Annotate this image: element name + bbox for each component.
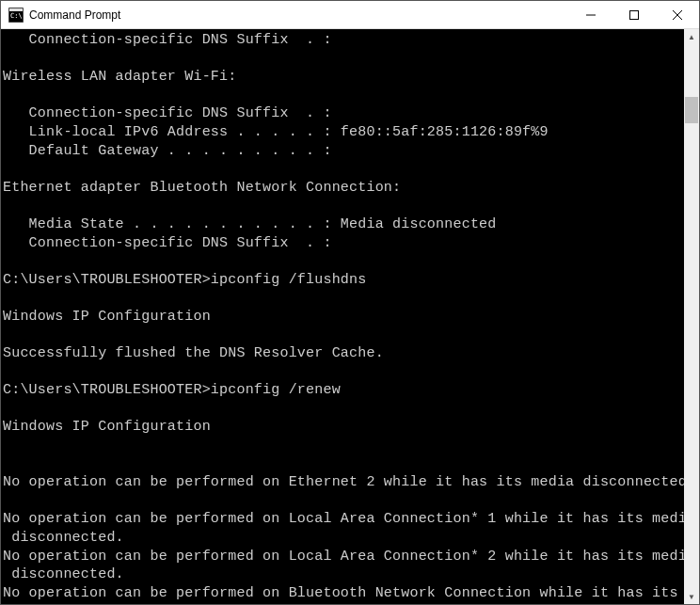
cmd-icon: C:\ <box>8 8 24 23</box>
console-line: Link-local IPv6 Address . . . . . : fe80… <box>3 123 684 142</box>
console-line <box>3 363 684 382</box>
console-line <box>3 326 684 345</box>
command-prompt-window: C:\ Command Prompt Connection-specific D… <box>0 0 700 605</box>
console-line: No operation can be performed on Bluetoo… <box>3 584 684 603</box>
console-line: disconnected. <box>3 529 684 548</box>
console-line: disconnected. <box>3 565 684 584</box>
window-controls <box>569 1 699 28</box>
console-line: Ethernet adapter Bluetooth Network Conne… <box>3 179 684 198</box>
svg-rect-1 <box>9 8 23 11</box>
console-line <box>3 160 684 179</box>
console-line: Connection-specific DNS Suffix . : <box>3 31 684 50</box>
console-line <box>3 50 684 69</box>
svg-rect-4 <box>630 10 639 19</box>
scrollbar-track[interactable] <box>684 44 699 589</box>
console-line: No operation can be performed on Etherne… <box>3 473 684 492</box>
console-line <box>3 289 684 308</box>
console-line <box>3 492 684 511</box>
close-button[interactable] <box>656 1 699 28</box>
minimize-button[interactable] <box>569 1 612 28</box>
console-line <box>3 252 684 271</box>
console-line: Media State . . . . . . . . . . . : Medi… <box>3 215 684 234</box>
console-line <box>3 87 684 105</box>
console-line <box>3 197 684 215</box>
maximize-button[interactable] <box>612 1 656 28</box>
console-line: Connection-specific DNS Suffix . : <box>3 234 684 253</box>
titlebar[interactable]: C:\ Command Prompt <box>1 1 699 29</box>
console-output[interactable]: Connection-specific DNS Suffix . : Wirel… <box>1 29 684 604</box>
console-line: Windows IP Configuration <box>3 418 684 437</box>
scroll-down-arrow[interactable]: ▼ <box>684 589 699 604</box>
console-line: Default Gateway . . . . . . . . . : <box>3 142 684 161</box>
console-line: C:\Users\TROUBLESHOOTER>ipconfig /flushd… <box>3 271 684 290</box>
scrollbar-thumb[interactable] <box>685 97 698 123</box>
console-line: Wireless LAN adapter Wi-Fi: <box>3 68 684 87</box>
console-area: Connection-specific DNS Suffix . : Wirel… <box>1 29 699 604</box>
console-line <box>3 455 684 474</box>
console-line <box>3 400 684 419</box>
window-title: Command Prompt <box>29 8 569 22</box>
console-line: C:\Users\TROUBLESHOOTER>ipconfig /renew <box>3 381 684 400</box>
scroll-up-arrow[interactable]: ▲ <box>684 29 699 44</box>
console-line <box>3 437 684 455</box>
console-line: Successfully flushed the DNS Resolver Ca… <box>3 344 684 363</box>
vertical-scrollbar[interactable]: ▲ ▼ <box>684 29 699 604</box>
console-line: No operation can be performed on Local A… <box>3 510 684 529</box>
console-line: Windows IP Configuration <box>3 308 684 326</box>
console-line: No operation can be performed on Local A… <box>3 548 684 566</box>
console-line: Connection-specific DNS Suffix . : <box>3 104 684 123</box>
svg-text:C:\: C:\ <box>10 12 23 20</box>
